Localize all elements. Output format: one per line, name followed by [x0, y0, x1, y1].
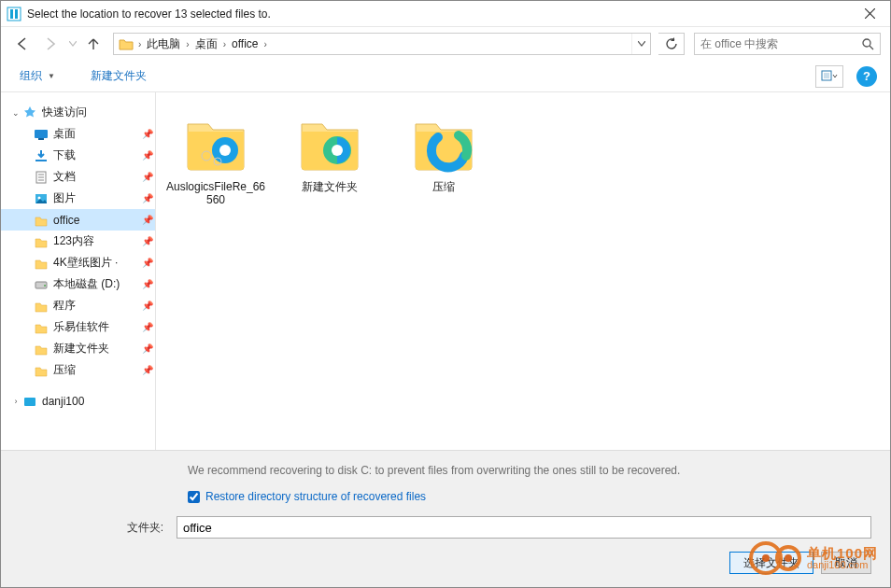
sidebar: ⌄ 快速访问 桌面📌下载📌文档📌图片📌office📌123内容📌4K壁纸图片 ·…: [1, 92, 156, 450]
sidebar-item[interactable]: 桌面📌: [1, 123, 155, 145]
pin-icon: 📌: [142, 236, 155, 246]
sidebar-item-label: 新建文件夹: [53, 341, 142, 357]
titlebar: Select the location to recover 13 select…: [1, 1, 890, 27]
desktop-icon: [33, 126, 50, 143]
folder-name: 新建文件夹: [302, 180, 358, 193]
chevron-right-icon: ›: [221, 39, 228, 49]
search-icon[interactable]: [856, 34, 880, 54]
recommend-text: We recommend recovering to disk C: to pr…: [20, 464, 871, 477]
up-button[interactable]: [83, 32, 104, 56]
sidebar-item-label: 压缩: [53, 362, 142, 378]
sidebar-item-label: 文档: [53, 169, 142, 185]
breadcrumb-segment[interactable]: 此电脑: [143, 36, 184, 52]
sidebar-item[interactable]: 压缩📌: [1, 359, 155, 381]
svg-rect-9: [35, 130, 48, 138]
sidebar-item-danji100[interactable]: › danji100: [1, 390, 155, 412]
refresh-button[interactable]: [658, 33, 685, 55]
pin-icon: 📌: [142, 279, 155, 289]
navigation-row: › 此电脑 › 桌面 › office ›: [1, 27, 890, 61]
new-folder-label: 新建文件夹: [91, 68, 147, 84]
new-folder-button[interactable]: 新建文件夹: [85, 64, 152, 88]
search-box[interactable]: [694, 33, 881, 55]
sidebar-item-label: 123内容: [53, 233, 142, 249]
svg-point-22: [219, 145, 231, 156]
svg-point-5: [863, 39, 870, 47]
sidebar-quick-label: 快速访问: [42, 105, 155, 120]
folder-icon: [33, 233, 50, 250]
forward-button[interactable]: [38, 32, 63, 56]
pin-icon: 📌: [142, 365, 155, 375]
organize-button[interactable]: 组织 ▼: [14, 64, 61, 88]
sidebar-item-label: 4K壁纸图片 ·: [53, 255, 142, 271]
pin-icon: 📌: [142, 343, 155, 354]
folder-icon: [33, 319, 50, 336]
folder-item[interactable]: 压缩: [393, 109, 494, 193]
breadcrumb-segment[interactable]: office: [228, 37, 262, 50]
chevron-right-icon: ›: [184, 39, 191, 49]
chevron-down-icon: ⌄: [10, 108, 21, 118]
pin-icon: 📌: [142, 129, 155, 139]
sidebar-item[interactable]: 乐易佳软件📌: [1, 316, 155, 338]
organize-label: 组织: [20, 68, 42, 84]
address-bar[interactable]: › 此电脑 › 桌面 › office ›: [113, 33, 651, 55]
select-folder-button[interactable]: 选择文件夹: [729, 552, 813, 574]
sidebar-item-label: danji100: [42, 395, 155, 408]
svg-rect-8: [824, 73, 829, 78]
folder-item[interactable]: AuslogicsFileRe_66560: [165, 109, 266, 207]
document-icon: [33, 169, 50, 186]
restore-checkbox-input[interactable]: [188, 491, 200, 503]
folder-input[interactable]: [177, 516, 871, 539]
chevron-right-icon: ›: [136, 39, 143, 49]
folder-item[interactable]: 新建文件夹: [279, 109, 380, 193]
cancel-button[interactable]: 取消: [821, 552, 871, 574]
folder-name: 压缩: [432, 180, 455, 193]
sidebar-item[interactable]: 123内容📌: [1, 231, 155, 252]
sidebar-item-label: 乐易佳软件: [53, 319, 142, 335]
restore-structure-checkbox[interactable]: Restore directory structure of recovered…: [20, 490, 871, 503]
sidebar-item[interactable]: office📌: [1, 209, 155, 231]
breadcrumb-segment[interactable]: 桌面: [191, 36, 221, 52]
caret-down-icon: ▼: [48, 72, 55, 80]
sidebar-item[interactable]: 图片📌: [1, 188, 155, 209]
sidebar-quick-access[interactable]: ⌄ 快速访问: [1, 102, 155, 123]
back-button[interactable]: [10, 32, 35, 56]
sidebar-item[interactable]: 程序📌: [1, 295, 155, 316]
sidebar-item-label: 程序: [53, 298, 142, 314]
pin-icon: 📌: [142, 258, 155, 268]
picture-icon: [33, 190, 50, 207]
sidebar-item-label: 下载: [53, 147, 142, 163]
star-icon: [21, 105, 38, 121]
sidebar-item[interactable]: 文档📌: [1, 166, 155, 188]
window-title: Select the location to recover 13 select…: [27, 7, 851, 21]
view-options-button[interactable]: [815, 65, 843, 88]
pin-icon: 📌: [142, 322, 155, 332]
folder-icon: [118, 35, 134, 52]
svg-rect-11: [35, 160, 47, 161]
search-input[interactable]: [695, 37, 856, 50]
chevron-right-icon: ›: [262, 39, 269, 49]
sidebar-item[interactable]: 本地磁盘 (D:)📌: [1, 273, 155, 295]
footer: We recommend recovering to disk C: to pr…: [1, 450, 890, 587]
svg-line-6: [870, 46, 873, 49]
svg-rect-2: [15, 9, 18, 19]
sidebar-item[interactable]: 新建文件夹📌: [1, 338, 155, 359]
folder-icon: [33, 298, 50, 315]
folder-name: AuslogicsFileRe_66560: [165, 180, 266, 207]
restore-checkbox-label: Restore directory structure of recovered…: [205, 490, 426, 503]
help-button[interactable]: ?: [856, 66, 877, 87]
pin-icon: 📌: [142, 215, 155, 225]
folder-label: 文件夹:: [20, 520, 169, 536]
sidebar-item-label: 图片: [53, 190, 142, 206]
address-dropdown[interactable]: [631, 34, 650, 54]
recent-dropdown[interactable]: [66, 32, 79, 56]
svg-rect-1: [10, 9, 13, 19]
folder-icon: [33, 341, 50, 357]
sidebar-item[interactable]: 下载📌: [1, 145, 155, 166]
file-grid[interactable]: AuslogicsFileRe_66560新建文件夹压缩: [156, 92, 890, 450]
sidebar-item[interactable]: 4K壁纸图片 ·📌: [1, 252, 155, 273]
svg-rect-0: [7, 7, 21, 21]
svg-point-19: [44, 285, 46, 287]
pin-icon: 📌: [142, 172, 155, 182]
folder-icon: [33, 362, 50, 379]
close-button[interactable]: [851, 2, 888, 26]
